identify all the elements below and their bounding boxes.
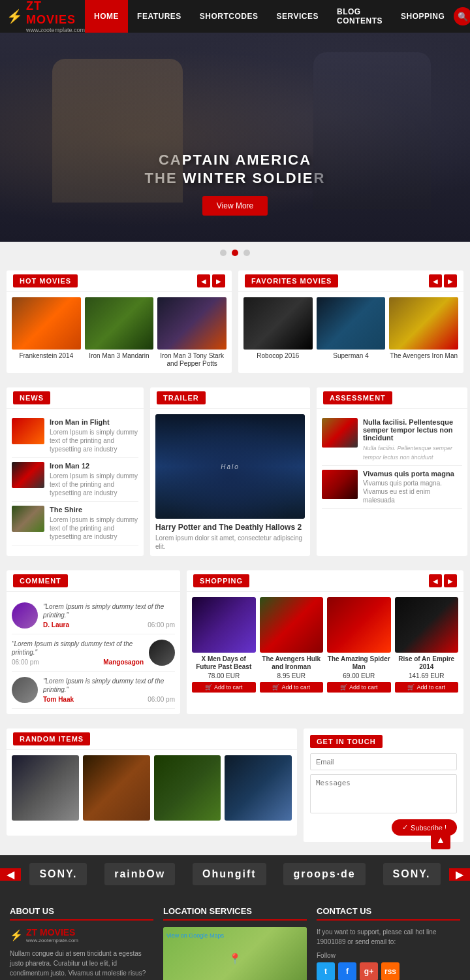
trailer-title: TRAILER — [157, 391, 206, 404]
sponsor-2[interactable]: rainbOw — [104, 863, 175, 885]
shop-name-2: The Avengers Hulk and Ironman — [260, 655, 324, 671]
comment-item-2: "Lorem Ipsum is simply dummy text of the… — [12, 634, 175, 672]
rss-button[interactable]: rss — [381, 962, 400, 980]
nav-shopping[interactable]: SHOPPING — [392, 0, 454, 33]
news-text-1: Iron Man in Flight Lorem Ipsum is simply… — [50, 418, 138, 453]
news-section: NEWS Iron Man in Flight Lorem Ipsum is s… — [7, 387, 144, 556]
sponsors-next[interactable]: ▶ — [449, 868, 470, 881]
googleplus-button[interactable]: g+ — [360, 962, 378, 980]
fav-movie-1[interactable]: Robocop 2016 — [243, 297, 313, 360]
shopping-header: SHOPPING ◀ ▶ — [187, 570, 463, 592]
sponsor-3[interactable]: Ohungift — [193, 863, 266, 885]
hot-movies-body: Frankenstein 2014 Iron Man 3 Mandarin Ir… — [7, 292, 232, 373]
random-header: RANDOM ITEMS — [7, 728, 297, 750]
nav-shortcodes[interactable]: SHORTCODES — [191, 0, 268, 33]
comment-header: COMMENT — [7, 570, 180, 592]
assessment-item-2[interactable]: Vivamus quis porta magna Vivamus quis po… — [322, 466, 462, 509]
assessment-body: Nulla facilisi. Pellentesque semper temp… — [317, 409, 467, 514]
touch-box: GET IN TOUCH ✓Subscribe ! — [304, 728, 463, 842]
main-nav: HOME FEATURES SHORTCODES SERVICES BLOG C… — [85, 0, 454, 33]
hot-movie-name-1: Frankenstein 2014 — [12, 352, 81, 360]
footer-logo: ⚡ ZT MOVIES www.zootemplate.com — [10, 927, 153, 943]
twitter-button[interactable]: t — [317, 962, 335, 980]
shopping-next[interactable]: ▶ — [444, 574, 457, 587]
trailer-section: TRAILER Halo Harry Potter and The Deathl… — [150, 387, 310, 556]
hot-movie-thumb-2 — [85, 297, 154, 350]
footer-location: LOCATION SERVICES View on Google Maps 📍 … — [163, 906, 307, 980]
news-item-2[interactable]: Iron Man 12 Lorem Ipsum is simply dummy … — [12, 458, 138, 502]
comment-avatar-2 — [149, 640, 175, 666]
touch-message-input[interactable] — [310, 774, 457, 813]
trailer-body: Halo Harry Potter and The Deathly Hallow… — [150, 409, 310, 556]
nav-home[interactable]: HOME — [85, 0, 128, 33]
scroll-to-top-button[interactable]: ▲ — [431, 830, 450, 849]
fav-movie-3[interactable]: The Avengers Iron Man — [389, 297, 458, 360]
footer-location-title: LOCATION SERVICES — [163, 906, 307, 921]
comment-author-1: D. Laura — [43, 621, 69, 629]
news-item-title-3: The Shire — [50, 506, 138, 514]
hot-movies-next[interactable]: ▶ — [212, 274, 225, 287]
trailer-image[interactable]: Halo — [155, 414, 305, 519]
news-item-1[interactable]: Iron Man in Flight Lorem Ipsum is simply… — [12, 414, 138, 458]
hero-figure-right — [313, 52, 431, 209]
add-to-cart-3[interactable]: 🛒 Add to cart — [327, 682, 391, 693]
fav-movie-name-2: Superman 4 — [317, 352, 386, 360]
news-item-3[interactable]: The Shire Lorem Ipsum is simply dummy te… — [12, 502, 138, 546]
fav-movie-2[interactable]: Superman 4 — [317, 297, 386, 360]
random-thumb-2[interactable] — [83, 755, 150, 821]
add-to-cart-1[interactable]: 🛒 Add to cart — [192, 682, 256, 693]
comment-meta-1: D. Laura 06:00 pm — [43, 621, 175, 629]
hero-view-more-button[interactable]: View More — [202, 196, 268, 216]
logo[interactable]: ⚡ ZT MOVIES www.zootemplate.com — [7, 0, 85, 33]
touch-email-input[interactable] — [310, 753, 457, 770]
nav-blog[interactable]: BLOG CONTENTS — [328, 0, 392, 33]
map-link-label[interactable]: View on Google Maps — [166, 930, 224, 939]
random-thumb-3[interactable] — [154, 755, 221, 821]
hot-movies-prev[interactable]: ◀ — [197, 274, 210, 287]
fav-movie-thumb-3 — [389, 297, 458, 350]
nav-features[interactable]: FEATURES — [128, 0, 191, 33]
random-thumb-1[interactable] — [12, 755, 79, 821]
slider-dot-1[interactable] — [220, 250, 227, 256]
random-thumb-4[interactable] — [225, 755, 292, 821]
add-to-cart-4[interactable]: 🛒 Add to cart — [395, 682, 459, 693]
favorites-next[interactable]: ▶ — [444, 274, 457, 287]
footer-logo-text: ZT MOVIES — [26, 927, 78, 938]
hot-movie-2[interactable]: Iron Man 3 Mandarin — [85, 297, 154, 368]
hot-movie-1[interactable]: Frankenstein 2014 — [12, 297, 81, 368]
shop-price-4: 141.69 EUR — [395, 672, 459, 679]
search-button[interactable]: 🔍 — [454, 7, 470, 25]
assessment-item-1[interactable]: Nulla facilisi. Pellentesque semper temp… — [322, 414, 462, 466]
slider-dot-3[interactable] — [243, 250, 250, 256]
favorites-grid: Robocop 2016 Superman 4 The Avengers Iro… — [243, 297, 458, 360]
fav-movie-thumb-1 — [243, 297, 313, 350]
shop-name-3: The Amazing Spider Man — [327, 655, 391, 671]
favorites-title: FAVORITES MOVIES — [245, 274, 338, 287]
map-placeholder[interactable]: View on Google Maps 📍 ©2014 Google — [163, 927, 307, 980]
shop-item-4: Rise of An Empire 2014 141.69 EUR 🛒 Add … — [395, 597, 459, 693]
comment-time-2: 06:00 pm — [12, 659, 39, 666]
sponsors-prev[interactable]: ◀ — [0, 868, 21, 881]
slider-dot-2[interactable] — [232, 250, 238, 256]
hot-movie-thumb-3 — [157, 297, 227, 350]
assessment-text-2: Vivamus quis porta magna Vivamus quis po… — [363, 470, 462, 504]
sponsor-1[interactable]: SONY. — [29, 863, 87, 885]
add-to-cart-2[interactable]: 🛒 Add to cart — [260, 682, 324, 693]
sponsor-5[interactable]: SONY. — [383, 863, 441, 885]
footer-contact-title: CONTACT US — [317, 906, 460, 921]
comment-author-2: Mangosagon — [103, 659, 144, 666]
nav-services[interactable]: SERVICES — [268, 0, 328, 33]
favorites-prev[interactable]: ◀ — [429, 274, 442, 287]
facebook-button[interactable]: f — [338, 962, 356, 980]
shopping-prev[interactable]: ◀ — [429, 574, 442, 587]
logo-icon: ⚡ — [7, 8, 23, 24]
sponsor-4[interactable]: groops·de — [283, 863, 365, 885]
assessment-item-title-2: Vivamus quis porta magna — [363, 470, 462, 478]
assessment-title: ASSESSMENT — [323, 391, 392, 404]
hot-movie-3[interactable]: Iron Man 3 Tony Stark and Pepper Potts — [157, 297, 227, 368]
shopping-title: SHOPPING — [193, 574, 249, 587]
random-touch-row: RANDOM ITEMS GET IN TOUCH ✓Subscribe ! — [7, 728, 463, 842]
random-title: RANDOM ITEMS — [13, 732, 90, 745]
shop-price-1: 78.00 EUR — [192, 672, 256, 679]
comment-time-1: 06:00 pm — [148, 621, 175, 629]
